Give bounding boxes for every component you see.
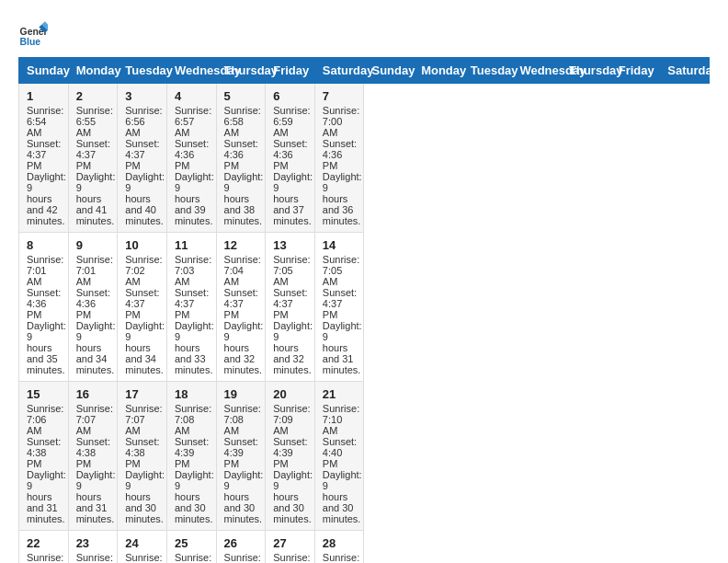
- header-thursday: Thursday: [216, 58, 266, 84]
- day-number: 22: [27, 536, 61, 550]
- calendar-cell: 8Sunrise: 7:01 AMSunset: 4:36 PMDaylight…: [19, 233, 69, 382]
- cell-info: Sunrise: 7:12 AMSunset: 4:43 PMDaylight:…: [273, 552, 313, 563]
- cell-info: Sunrise: 6:57 AMSunset: 4:36 PMDaylight:…: [175, 105, 214, 226]
- day-number: 28: [323, 536, 357, 550]
- calendar-cell: 15Sunrise: 7:06 AMSunset: 4:38 PMDayligh…: [19, 382, 69, 531]
- cell-info: Sunrise: 7:10 AMSunset: 4:40 PMDaylight:…: [27, 552, 66, 563]
- day-number: 17: [125, 387, 159, 401]
- day-number: 11: [175, 238, 209, 252]
- cell-info: Sunrise: 7:09 AMSunset: 4:39 PMDaylight:…: [273, 403, 313, 524]
- calendar-cell: 5Sunrise: 6:58 AMSunset: 4:36 PMDaylight…: [216, 84, 266, 233]
- day-number: 14: [323, 238, 357, 252]
- day-number: 1: [27, 89, 61, 103]
- day-number: 23: [76, 536, 110, 550]
- header-saturday: Saturday: [314, 58, 364, 84]
- day-number: 13: [273, 238, 307, 252]
- header-wednesday: Wednesday: [166, 58, 216, 84]
- calendar-cell: 6Sunrise: 6:59 AMSunset: 4:36 PMDaylight…: [266, 84, 315, 233]
- col-header-friday: Friday: [610, 58, 660, 84]
- day-number: 19: [224, 387, 258, 401]
- day-number: 5: [224, 89, 258, 103]
- calendar-cell: 3Sunrise: 6:56 AMSunset: 4:37 PMDaylight…: [118, 84, 167, 233]
- calendar-week-row: 1Sunrise: 6:54 AMSunset: 4:37 PMDaylight…: [19, 84, 710, 233]
- calendar-cell: 12Sunrise: 7:04 AMSunset: 4:37 PMDayligh…: [216, 233, 266, 382]
- calendar-cell: 1Sunrise: 6:54 AMSunset: 4:37 PMDaylight…: [19, 84, 69, 233]
- calendar-cell: 28Sunrise: 7:12 AMSunset: 4:44 PMDayligh…: [314, 531, 364, 564]
- day-number: 16: [76, 387, 110, 401]
- calendar-cell: 27Sunrise: 7:12 AMSunset: 4:43 PMDayligh…: [266, 531, 315, 564]
- day-number: 12: [224, 238, 258, 252]
- cell-info: Sunrise: 7:01 AMSunset: 4:36 PMDaylight:…: [27, 254, 66, 375]
- day-number: 6: [273, 89, 307, 103]
- cell-info: Sunrise: 7:05 AMSunset: 4:37 PMDaylight:…: [273, 254, 313, 375]
- cell-info: Sunrise: 7:07 AMSunset: 4:38 PMDaylight:…: [76, 403, 116, 524]
- cell-info: Sunrise: 7:01 AMSunset: 4:36 PMDaylight:…: [76, 254, 116, 375]
- cell-info: Sunrise: 7:08 AMSunset: 4:39 PMDaylight:…: [224, 403, 264, 524]
- calendar-cell: 21Sunrise: 7:10 AMSunset: 4:40 PMDayligh…: [314, 382, 364, 531]
- day-number: 7: [323, 89, 357, 103]
- day-number: 21: [323, 387, 357, 401]
- calendar-cell: 22Sunrise: 7:10 AMSunset: 4:40 PMDayligh…: [19, 531, 69, 564]
- cell-info: Sunrise: 6:54 AMSunset: 4:37 PMDaylight:…: [27, 105, 66, 226]
- cell-info: Sunrise: 7:08 AMSunset: 4:39 PMDaylight:…: [175, 403, 214, 524]
- cell-info: Sunrise: 7:11 AMSunset: 4:41 PMDaylight:…: [125, 552, 165, 563]
- cell-info: Sunrise: 6:58 AMSunset: 4:36 PMDaylight:…: [224, 105, 264, 226]
- calendar-week-row: 15Sunrise: 7:06 AMSunset: 4:38 PMDayligh…: [19, 382, 710, 531]
- calendar-cell: 11Sunrise: 7:03 AMSunset: 4:37 PMDayligh…: [166, 233, 216, 382]
- calendar-week-row: 22Sunrise: 7:10 AMSunset: 4:40 PMDayligh…: [19, 531, 710, 564]
- day-number: 2: [76, 89, 110, 103]
- cell-info: Sunrise: 7:03 AMSunset: 4:37 PMDaylight:…: [175, 254, 214, 375]
- logo: General Blue: [18, 18, 48, 48]
- cell-info: Sunrise: 7:10 AMSunset: 4:41 PMDaylight:…: [76, 552, 116, 563]
- day-number: 24: [125, 536, 159, 550]
- calendar-header-row: SundayMondayTuesdayWednesdayThursdayFrid…: [19, 58, 710, 84]
- cell-info: Sunrise: 7:10 AMSunset: 4:40 PMDaylight:…: [323, 403, 362, 524]
- logo-icon: General Blue: [18, 18, 48, 48]
- calendar-cell: 9Sunrise: 7:01 AMSunset: 4:36 PMDaylight…: [68, 233, 118, 382]
- day-number: 4: [175, 89, 209, 103]
- page-header: General Blue: [18, 18, 710, 48]
- col-header-saturday: Saturday: [660, 58, 710, 84]
- calendar-cell: 2Sunrise: 6:55 AMSunset: 4:37 PMDaylight…: [68, 84, 118, 233]
- calendar-cell: 13Sunrise: 7:05 AMSunset: 4:37 PMDayligh…: [266, 233, 315, 382]
- day-number: 20: [273, 387, 307, 401]
- cell-info: Sunrise: 7:00 AMSunset: 4:36 PMDaylight:…: [323, 105, 362, 226]
- calendar-cell: 17Sunrise: 7:07 AMSunset: 4:38 PMDayligh…: [118, 382, 167, 531]
- col-header-thursday: Thursday: [562, 58, 611, 84]
- calendar-cell: 19Sunrise: 7:08 AMSunset: 4:39 PMDayligh…: [216, 382, 266, 531]
- day-number: 15: [27, 387, 61, 401]
- header-sunday: Sunday: [19, 58, 69, 84]
- day-number: 3: [125, 89, 159, 103]
- calendar-table: SundayMondayTuesdayWednesdayThursdayFrid…: [18, 57, 710, 563]
- col-header-tuesday: Tuesday: [462, 58, 512, 84]
- header-tuesday: Tuesday: [118, 58, 167, 84]
- calendar-cell: 20Sunrise: 7:09 AMSunset: 4:39 PMDayligh…: [266, 382, 315, 531]
- calendar-week-row: 8Sunrise: 7:01 AMSunset: 4:36 PMDaylight…: [19, 233, 710, 382]
- calendar-cell: 23Sunrise: 7:10 AMSunset: 4:41 PMDayligh…: [68, 531, 118, 564]
- day-number: 18: [175, 387, 209, 401]
- cell-info: Sunrise: 7:11 AMSunset: 4:42 PMDaylight:…: [175, 552, 214, 563]
- day-number: 10: [125, 238, 159, 252]
- day-number: 8: [27, 238, 61, 252]
- col-header-monday: Monday: [414, 58, 463, 84]
- cell-info: Sunrise: 6:56 AMSunset: 4:37 PMDaylight:…: [125, 105, 165, 226]
- day-number: 27: [273, 536, 307, 550]
- header-friday: Friday: [266, 58, 315, 84]
- col-header-sunday: Sunday: [364, 58, 414, 84]
- cell-info: Sunrise: 7:12 AMSunset: 4:44 PMDaylight:…: [323, 552, 362, 563]
- calendar-cell: 16Sunrise: 7:07 AMSunset: 4:38 PMDayligh…: [68, 382, 118, 531]
- calendar-cell: 25Sunrise: 7:11 AMSunset: 4:42 PMDayligh…: [166, 531, 216, 564]
- calendar-cell: 18Sunrise: 7:08 AMSunset: 4:39 PMDayligh…: [166, 382, 216, 531]
- svg-text:Blue: Blue: [20, 37, 41, 47]
- day-number: 26: [224, 536, 258, 550]
- calendar-cell: 4Sunrise: 6:57 AMSunset: 4:36 PMDaylight…: [166, 84, 216, 233]
- cell-info: Sunrise: 7:02 AMSunset: 4:37 PMDaylight:…: [125, 254, 165, 375]
- header-monday: Monday: [68, 58, 118, 84]
- calendar-cell: 7Sunrise: 7:00 AMSunset: 4:36 PMDaylight…: [314, 84, 364, 233]
- col-header-wednesday: Wednesday: [512, 58, 562, 84]
- cell-info: Sunrise: 7:05 AMSunset: 4:37 PMDaylight:…: [323, 254, 362, 375]
- cell-info: Sunrise: 6:55 AMSunset: 4:37 PMDaylight:…: [76, 105, 116, 226]
- cell-info: Sunrise: 7:06 AMSunset: 4:38 PMDaylight:…: [27, 403, 66, 524]
- day-number: 25: [175, 536, 209, 550]
- cell-info: Sunrise: 7:12 AMSunset: 4:43 PMDaylight:…: [224, 552, 264, 563]
